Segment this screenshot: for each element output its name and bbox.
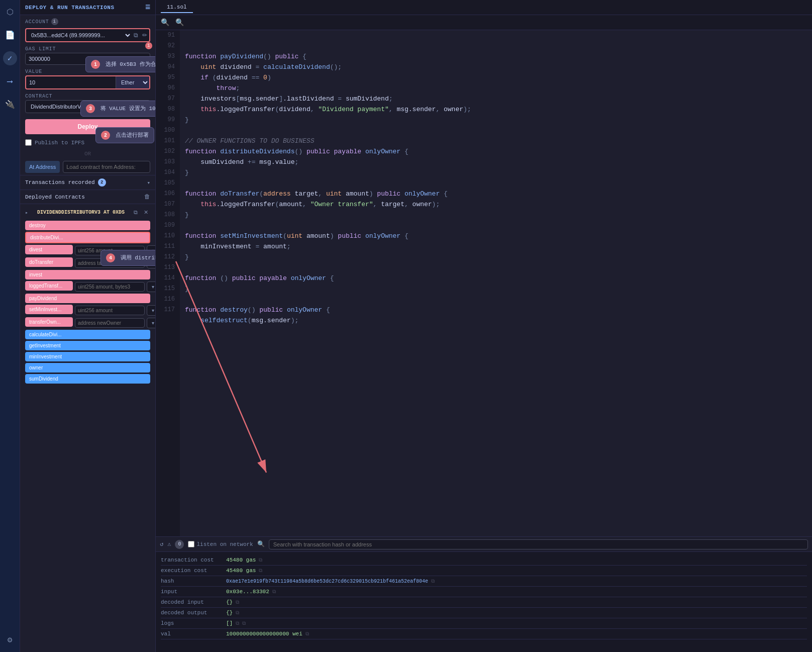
fn-dotransfer-input[interactable] (75, 258, 145, 268)
fn-setmininvest-input[interactable] (75, 306, 145, 315)
console-value-ec: 45480 gas ⧉ (226, 568, 807, 574)
fn-divest-dropdown[interactable]: ▾ (147, 245, 156, 256)
console-row-hash: hash 0xae17e1e919fb743t11984a5b8d6be53dc… (161, 576, 807, 587)
fn-setmininvest-row: setMinInvest... ▾ (25, 305, 150, 316)
console-value-logs: [] ⧉ ⧉ (226, 620, 807, 626)
transactions-recorded-row[interactable]: Transactions recorded 2 ▾ (20, 175, 155, 190)
sidebar-icon-settings[interactable]: ⚙ (3, 633, 17, 647)
fn-dotransfer-row: doTransfer ▾ (25, 257, 150, 268)
listen-network-checkbox[interactable] (188, 541, 194, 547)
console-row-execution-cost: execution cost 45480 gas ⧉ (161, 566, 807, 576)
value-input[interactable] (26, 76, 116, 88)
copy-icon-logs1[interactable]: ⧉ (236, 621, 239, 626)
deployed-contracts-label: Deployed Contracts (25, 194, 85, 200)
console-search-icon: 🔍 (257, 540, 265, 548)
console-content: transaction cost 45480 gas ⧉ execution c… (156, 552, 812, 652)
copy-icon-input[interactable]: ⧉ (272, 589, 276, 595)
fn-distribute-btn[interactable]: distributeDivi... (25, 232, 150, 243)
fn-transferown-dropdown[interactable]: ▾ (147, 318, 156, 328)
code-text: function payDividend() public { uint div… (180, 30, 812, 536)
copy-icon-val[interactable]: ⧉ (306, 631, 309, 637)
at-address-button[interactable]: At Address (25, 161, 60, 173)
fn-getinvestment-btn[interactable]: getInvestment (25, 341, 150, 350)
publish-ipfs-checkbox[interactable] (25, 139, 32, 146)
zoom-in-icon[interactable]: 🔍 (174, 17, 185, 28)
account-label: ACCOUNT i (20, 15, 155, 26)
sidebar-icon-check[interactable]: ✓ (3, 51, 17, 65)
console-value-hash: 0xae17e1e919fb743t11984a5b8d6be53dc27cd6… (226, 578, 807, 584)
listen-network-wrapper: listen on network (188, 541, 253, 547)
contract-close-icon[interactable]: ✕ (142, 207, 150, 218)
fn-invest-btn[interactable]: invest (25, 270, 150, 280)
value-section: VALUE Wei Gwei Finney Ether (20, 67, 155, 91)
fn-dotransfer-dropdown[interactable]: ▾ (147, 258, 156, 268)
sidebar-icon-plugins[interactable]: 🔌 (3, 98, 17, 112)
listen-network-label: listen on network (196, 541, 253, 547)
fn-loggedtransf-btn[interactable]: loggedTransf... (25, 281, 73, 291)
zoom-out-icon[interactable]: 🔍 (160, 17, 170, 28)
load-contract-input[interactable] (63, 161, 150, 173)
gas-limit-section: GAS LIMIT 1 (20, 44, 155, 67)
deploy-button[interactable]: Deploy (25, 119, 150, 134)
code-toolbar: 🔍 🔍 (156, 15, 812, 30)
sidebar-icon-home[interactable]: ⬡ (3, 5, 17, 19)
panel-menu-icon[interactable]: ☰ (145, 4, 151, 11)
copy-icon-di[interactable]: ⧉ (236, 600, 239, 605)
fn-loggedtransf-input[interactable] (75, 282, 145, 292)
value-label: VALUE (25, 69, 150, 75)
fn-divest-input[interactable] (75, 246, 145, 255)
console-warning-icon[interactable]: ⚠ (167, 540, 171, 548)
console-label-tc: transaction cost (161, 557, 221, 563)
console-row-transaction-cost: transaction cost 45480 gas ⧉ (161, 555, 807, 566)
contract-label: CONTRACT (25, 94, 150, 100)
fn-mininvestment-btn[interactable]: minInvestment (25, 352, 150, 361)
sidebar-icon-deploy[interactable]: ⟶ (3, 74, 17, 88)
console-search-input[interactable] (269, 539, 808, 549)
account-dropdown[interactable]: 0x5B3...eddC4 (89.9999999... (26, 29, 132, 41)
contract-instance-header: ▸ DIVIDENDDISTRIBUTORV3 AT 0XDS ⧉ ✕ (25, 207, 150, 218)
contract-copy-icon[interactable]: ⧉ (132, 207, 140, 218)
console-row-decoded-output: decoded output {} ⧉ (161, 608, 807, 618)
gas-limit-input[interactable] (25, 53, 150, 65)
fn-owner-btn[interactable]: owner (25, 363, 150, 372)
sidebar: ⬡ 📄 ✓ ⟶ 🔌 ⚙ (0, 0, 20, 652)
fn-paydividend-btn[interactable]: payDividend (25, 294, 150, 303)
account-copy-btn[interactable]: ⧉ (132, 30, 140, 41)
at-address-row: At Address (20, 159, 155, 175)
value-unit-select[interactable]: Wei Gwei Finney Ether (116, 76, 149, 88)
fn-loggedtransf-dropdown[interactable]: ▾ (147, 282, 156, 292)
console-label-hash: hash (161, 578, 221, 584)
deployed-contracts-row[interactable]: Deployed Contracts 🗑 (20, 190, 155, 204)
copy-icon-logs2[interactable]: ⧉ (242, 621, 246, 626)
console-value-input: 0x03e...83302 ⧉ (226, 589, 807, 595)
publish-ipfs-row: Publish to IPFS (20, 138, 155, 149)
fn-transferown-row: transferOwn... ▾ (25, 317, 150, 328)
fn-sumdividend-btn[interactable]: sumDividend (25, 374, 150, 384)
copy-icon-hash[interactable]: ⧉ (431, 579, 435, 584)
console-value-do: {} ⧉ (226, 610, 807, 616)
sidebar-icon-files[interactable]: 📄 (3, 28, 17, 42)
copy-icon-do[interactable]: ⧉ (236, 610, 239, 616)
account-edit-btn[interactable]: ✏ (140, 30, 149, 41)
delete-icon[interactable]: 🗑 (144, 193, 150, 201)
copy-icon-tc[interactable]: ⧉ (259, 557, 262, 563)
contract-actions: ⧉ ✕ (132, 207, 150, 218)
copy-icon-ec[interactable]: ⧉ (259, 568, 262, 574)
fn-transferown-btn[interactable]: transferOwn... (25, 317, 73, 327)
fn-divest-btn[interactable]: divest (25, 245, 73, 254)
contract-instance-name: DIVIDENDDISTRIBUTORV3 AT 0XDS (37, 210, 125, 215)
contract-select[interactable]: DividendDistributorV3 - Honeypot/11. (25, 100, 150, 113)
fn-loggedtransf-row: loggedTransf... ▾ (25, 281, 150, 292)
fn-destroy-btn[interactable]: destroy (25, 221, 150, 230)
code-tab-main[interactable]: 11.sol (161, 2, 193, 13)
console-row-logs: logs [] ⧉ ⧉ (161, 618, 807, 629)
console-row-decoded-input: decoded input {} ⧉ (161, 597, 807, 608)
chevron-right-icon[interactable]: ▸ (25, 210, 28, 216)
fn-setmininvest-dropdown[interactable]: ▾ (147, 305, 156, 316)
fn-calculatedivi-btn[interactable]: calculateDivi... (25, 330, 150, 339)
fn-transferown-input[interactable] (75, 318, 145, 328)
account-info-icon[interactable]: i (51, 18, 58, 25)
fn-setmininvest-btn[interactable]: setMinInvest... (25, 305, 73, 314)
console-reload-icon[interactable]: ↺ (160, 540, 163, 548)
fn-dotransfer-btn[interactable]: doTransfer (25, 257, 73, 267)
